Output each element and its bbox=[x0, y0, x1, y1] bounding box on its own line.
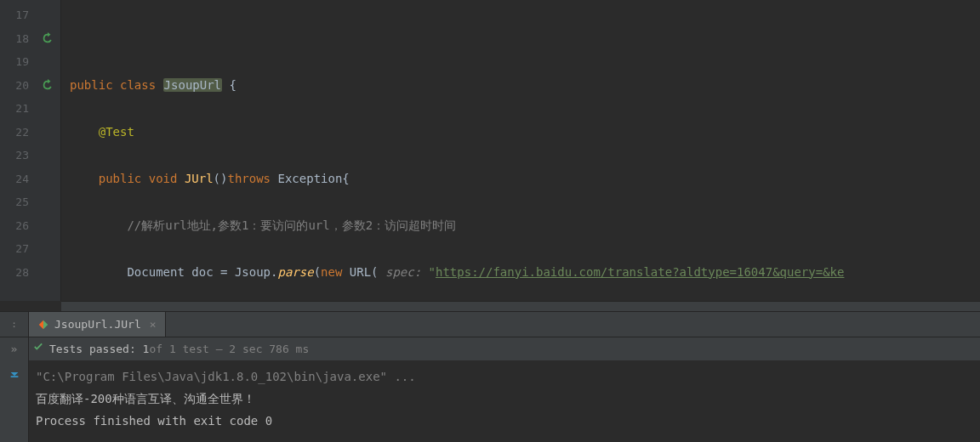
console-output[interactable]: "C:\Program Files\Java\jdk1.8.0_102\bin\… bbox=[29, 360, 980, 442]
console-command: "C:\Program Files\Java\jdk1.8.0_102\bin\… bbox=[36, 366, 973, 388]
run-tab-label: JsoupUrl.JUrl bbox=[54, 318, 141, 331]
tests-passed-label: Tests passed: bbox=[49, 343, 136, 355]
parameter-hint: spec: bbox=[385, 265, 421, 279]
console-line: 百度翻译-200种语言互译、沟通全世界！ bbox=[36, 388, 973, 410]
close-icon[interactable]: × bbox=[150, 318, 157, 331]
check-icon bbox=[32, 342, 44, 356]
annotation: @Test bbox=[99, 125, 134, 139]
tabstrip-label: : bbox=[0, 312, 29, 337]
console-toolbar bbox=[0, 360, 29, 442]
tests-of-label: of 1 test – 2 sec 786 ms bbox=[149, 343, 309, 355]
vcs-change-icon[interactable] bbox=[34, 27, 60, 51]
code-editor[interactable]: 17 18 19 20 21 22 23 24 25 26 27 28 publ… bbox=[0, 0, 980, 301]
run-tool-tabstrip: : JsoupUrl.JUrl × bbox=[0, 311, 980, 337]
console-line: Process finished with exit code 0 bbox=[36, 410, 973, 432]
url-literal: https://fanyi.baidu.com/translate?aldtyp… bbox=[436, 265, 844, 279]
svg-rect-0 bbox=[10, 376, 18, 377]
horizontal-scrollbar[interactable] bbox=[61, 301, 980, 311]
test-status-bar: » Tests passed: 1 of 1 test – 2 sec 786 … bbox=[0, 337, 980, 360]
class-name: JsoupUrl bbox=[163, 78, 222, 92]
icon-gutter bbox=[34, 0, 61, 301]
vcs-change-icon[interactable] bbox=[34, 74, 60, 98]
run-tab[interactable]: JsoupUrl.JUrl × bbox=[29, 312, 166, 337]
tests-passed-count: 1 bbox=[143, 343, 150, 355]
line-number-gutter: 17 18 19 20 21 22 23 24 25 26 27 28 bbox=[0, 0, 34, 301]
code-area[interactable]: public class JsoupUrl { @Test public voi… bbox=[61, 0, 980, 301]
comment: //解析url地址,参数1：要访问的url，参数2：访问超时时间 bbox=[127, 218, 456, 232]
rerun-icon[interactable]: » bbox=[0, 337, 29, 360]
scroll-down-icon[interactable] bbox=[9, 366, 20, 380]
test-config-icon bbox=[37, 319, 49, 331]
